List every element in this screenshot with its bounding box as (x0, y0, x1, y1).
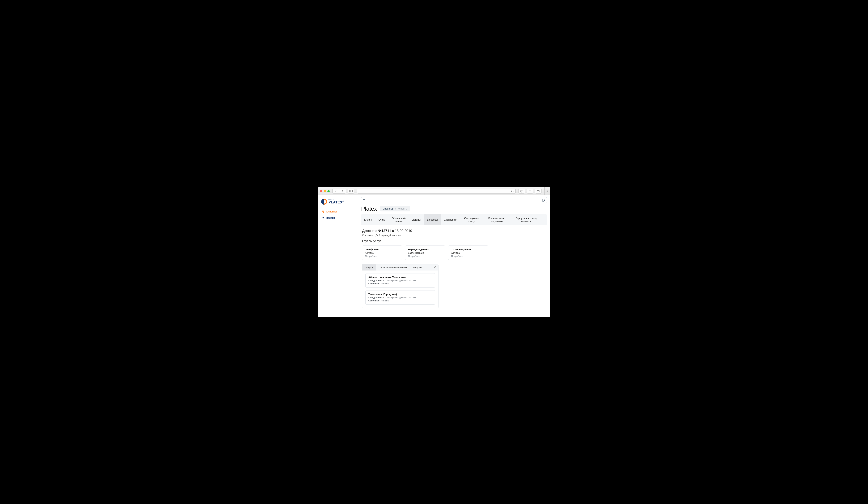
sidebar-item-label: Клиенты (327, 210, 337, 213)
group-card-more: Подробнее (408, 254, 442, 258)
page-header: Platex Оператор / Клиенты (361, 205, 547, 214)
browser-back-button[interactable] (333, 189, 339, 193)
group-card-tv[interactable]: TV Телевидение Активна Подробнее (448, 245, 488, 260)
logo-text: PLATEX® (329, 200, 344, 204)
service-contract-line: ГУ и Договор: ГУ "Телефония" договора № … (368, 279, 432, 282)
svg-rect-0 (350, 190, 353, 192)
logout-button[interactable] (540, 197, 547, 203)
client-tabs: Клиент Счета Обещанный платеж Логины Дог… (361, 214, 547, 225)
contract-content: Договор №12711 с 18.09.2019 Состояние: Д… (361, 225, 547, 308)
nav-back-forward (332, 189, 346, 193)
tab-blocks[interactable]: Блокировки (441, 214, 460, 225)
browser-tabs-button[interactable] (535, 189, 541, 193)
service-contract-line: ГУ и Договор: ГУ "Телефония" договора № … (368, 296, 432, 299)
page-title: Platex (361, 205, 377, 212)
tab-promised-payment[interactable]: Обещанный платеж (388, 214, 409, 225)
service-title: Телефония (Городские) (368, 293, 432, 296)
subtab-tariff-packages[interactable]: Тарификационные пакеты (376, 264, 410, 271)
sidebar-item-clients[interactable]: Клиенты (321, 209, 358, 215)
browser-forward-button[interactable] (339, 189, 346, 193)
tab-client[interactable]: Клиент (361, 214, 375, 225)
tab-back-to-clients[interactable]: Вернуться к списку клиентов (510, 214, 542, 225)
sidebar-item-label: Заявки (327, 216, 335, 219)
service-card[interactable]: Абонентская плата Телефония ГУ и Договор… (365, 273, 435, 288)
breadcrumb-separator: / (394, 207, 397, 210)
tab-account-ops[interactable]: Операции по счету (460, 214, 483, 225)
tab-accounts[interactable]: Счета (375, 214, 388, 225)
close-icon[interactable] (431, 265, 438, 270)
window-zoom-button[interactable] (328, 190, 330, 192)
group-card-status: Активна (451, 251, 485, 254)
service-group-cards: Телефония Активна Подробнее Передача дан… (362, 243, 547, 260)
browser-window: + INOTECH PLATEX® Клиенты (318, 187, 550, 317)
service-title: Абонентская плата Телефония (368, 276, 432, 279)
group-card-title: Передача данных (408, 248, 442, 251)
group-card-more: Подробнее (451, 254, 485, 258)
breadcrumb-current: Клиенты (398, 207, 407, 210)
browser-titlebar: + (318, 187, 550, 195)
browser-sidebar-button[interactable] (348, 189, 354, 193)
main: Platex Оператор / Клиенты Клиент Счета О… (361, 195, 550, 317)
group-card-telephony[interactable]: Телефония Активна Подробнее (362, 245, 402, 260)
users-icon (322, 210, 324, 213)
window-close-button[interactable] (320, 190, 322, 192)
browser-new-tab-button[interactable]: + (545, 187, 550, 195)
service-card[interactable]: Телефония (Городские) ГУ и Договор: ГУ "… (365, 290, 435, 304)
groups-title: Группы услуг (362, 236, 547, 243)
sidebar: INOTECH PLATEX® Клиенты Заявки (318, 195, 361, 317)
logo-mark-icon (321, 199, 327, 205)
browser-address-bar[interactable] (357, 189, 516, 193)
group-card-status: Активна (365, 251, 399, 254)
window-controls (320, 190, 330, 192)
service-status-line: Состояние: Активна (368, 282, 432, 285)
group-card-title: Телефония (365, 248, 399, 251)
window-minimize-button[interactable] (324, 190, 326, 192)
breadcrumb: Оператор / Клиенты (380, 206, 410, 211)
group-detail-panel: Услуги Тарификационные пакеты Ресурсы Аб… (362, 264, 438, 308)
subtab-resources[interactable]: Ресурсы (410, 264, 425, 271)
group-card-more: Подробнее (365, 254, 399, 258)
browser-downloads-button[interactable] (518, 189, 525, 193)
svg-rect-4 (537, 191, 539, 192)
breadcrumb-root[interactable]: Оператор (383, 207, 394, 210)
toggle-sidebar-button[interactable] (361, 197, 367, 203)
tab-documents[interactable]: Выставленные документы (483, 214, 510, 225)
sidebar-item-requests[interactable]: Заявки (321, 215, 358, 221)
group-card-data[interactable]: Передача данных Заблокирована Подробнее (405, 245, 445, 260)
contract-heading: Договор №12711 с 18.09.2019 (362, 229, 547, 233)
tab-logins[interactable]: Логины (409, 214, 424, 225)
contract-status: Состояние: Действующий договор (362, 233, 547, 236)
app-logo: INOTECH PLATEX® (321, 198, 358, 209)
app-viewport: INOTECH PLATEX® Клиенты Заявки (318, 195, 550, 317)
logo-subtitle: INOTECH (329, 199, 344, 200)
topbar (361, 197, 547, 205)
group-detail-tabs: Услуги Тарификационные пакеты Ресурсы (362, 264, 438, 271)
subtab-services[interactable]: Услуги (362, 264, 376, 271)
svg-point-6 (323, 211, 324, 211)
bell-icon (322, 216, 324, 219)
group-card-title: TV Телевидение (451, 248, 485, 251)
group-card-status: Заблокирована (408, 251, 442, 254)
browser-share-button[interactable] (527, 189, 533, 193)
tab-contracts[interactable]: Договоры (424, 214, 441, 225)
service-status-line: Состояние: Активна (368, 299, 432, 302)
svg-point-5 (322, 211, 323, 211)
reload-icon[interactable] (511, 190, 514, 192)
